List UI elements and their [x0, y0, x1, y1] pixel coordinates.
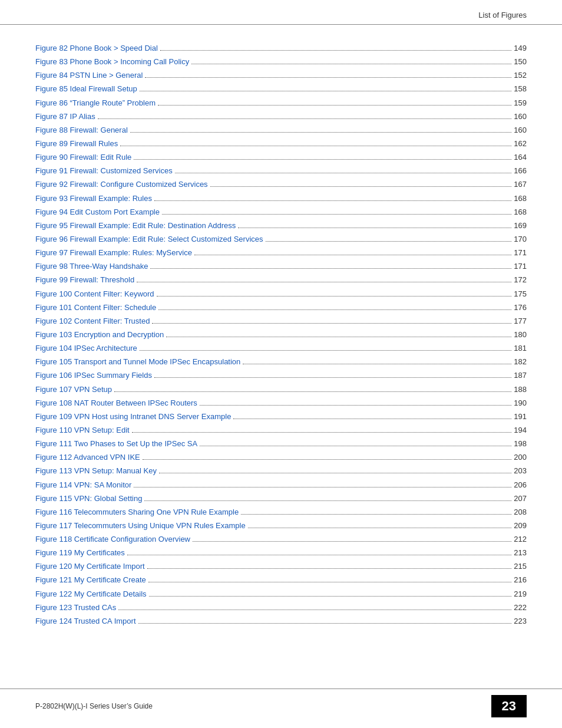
toc-link[interactable]: Figure 97 Firewall Example: Rules: MySer…: [35, 247, 192, 259]
toc-link[interactable]: Figure 83 Phone Book > Incoming Call Pol…: [35, 56, 189, 68]
toc-dots: [144, 500, 511, 501]
toc-page: 215: [514, 561, 527, 572]
toc-entry: Figure 103 Encryption and Decryption180: [35, 329, 527, 341]
toc-link[interactable]: Figure 108 NAT Router Between IPSec Rout…: [35, 397, 197, 409]
toc-dots: [194, 255, 511, 255]
toc-link[interactable]: Figure 111 Two Phases to Set Up the IPSe…: [35, 438, 197, 450]
toc-entry: Figure 85 Ideal Firewall Setup158: [35, 83, 527, 95]
toc-link[interactable]: Figure 88 Firewall: General: [35, 124, 128, 136]
toc-link[interactable]: Figure 123 Trusted CAs: [35, 602, 116, 614]
toc-page: 150: [514, 56, 527, 68]
toc-page: 149: [514, 42, 527, 54]
toc-page: 160: [514, 124, 527, 136]
toc-dots: [158, 105, 511, 106]
toc-page: 164: [514, 151, 527, 163]
toc-page: 167: [514, 179, 527, 190]
toc-entry: Figure 109 VPN Host using Intranet DNS S…: [35, 411, 527, 423]
toc-link[interactable]: Figure 113 VPN Setup: Manual Key: [35, 465, 157, 477]
toc-link[interactable]: Figure 122 My Certificate Details: [35, 588, 147, 600]
toc-link[interactable]: Figure 87 IP Alias: [35, 111, 95, 123]
toc-entry: Figure 82 Phone Book > Speed Dial149: [35, 42, 527, 54]
toc-link[interactable]: Figure 124 Trusted CA Import: [35, 615, 136, 627]
toc-entry: Figure 120 My Certificate Import215: [35, 561, 527, 572]
toc-link[interactable]: Figure 100 Content Filter: Keyword: [35, 288, 154, 300]
toc-page: 180: [514, 329, 527, 341]
toc-link[interactable]: Figure 104 IPSec Architecture: [35, 342, 137, 354]
toc-entry: Figure 110 VPN Setup: Edit194: [35, 424, 527, 436]
footer-page-number: 23: [491, 695, 527, 717]
toc-link[interactable]: Figure 118 Certificate Configuration Ove…: [35, 533, 190, 545]
toc-link[interactable]: Figure 90 Firewall: Edit Rule: [35, 151, 131, 163]
toc-page: 158: [514, 83, 527, 95]
toc-link[interactable]: Figure 119 My Certificates: [35, 547, 125, 559]
toc-entry: Figure 101 Content Filter: Schedule176: [35, 302, 527, 314]
toc-dots: [243, 364, 511, 364]
toc-dots: [175, 173, 512, 173]
toc-link[interactable]: Figure 114 VPN: SA Monitor: [35, 479, 131, 491]
toc-link[interactable]: Figure 103 Encryption and Decryption: [35, 329, 164, 341]
toc-dots: [154, 200, 511, 201]
toc-entry: Figure 95 Firewall Example: Edit Rule: D…: [35, 220, 527, 232]
toc-entry: Figure 102 Content Filter: Trusted177: [35, 315, 527, 327]
toc-page: 209: [514, 520, 527, 532]
toc-link[interactable]: Figure 101 Content Filter: Schedule: [35, 302, 156, 314]
toc-link[interactable]: Figure 85 Ideal Firewall Setup: [35, 83, 137, 95]
toc-page: 188: [514, 384, 527, 396]
toc-link[interactable]: Figure 89 Firewall Rules: [35, 138, 118, 150]
toc-link[interactable]: Figure 91 Firewall: Customized Services: [35, 165, 173, 177]
toc-entry: Figure 83 Phone Book > Incoming Call Pol…: [35, 56, 527, 68]
toc-page: 190: [514, 397, 527, 409]
toc-page: 194: [514, 424, 527, 436]
toc-link[interactable]: Figure 96 Firewall Example: Edit Rule: S…: [35, 233, 263, 245]
toc-entry: Figure 108 NAT Router Between IPSec Rout…: [35, 397, 527, 409]
toc-page: 203: [514, 465, 527, 477]
toc-link[interactable]: Figure 105 Transport and Tunnel Mode IPS…: [35, 356, 240, 368]
page-container: List of Figures Figure 82 Phone Book > S…: [0, 0, 562, 728]
toc-dots: [233, 419, 511, 419]
toc-dots: [166, 337, 511, 337]
toc-page: 160: [514, 111, 527, 123]
toc-link[interactable]: Figure 102 Content Filter: Trusted: [35, 315, 150, 327]
toc-dots: [191, 64, 511, 64]
toc-link[interactable]: Figure 117 Telecommuters Using Unique VP…: [35, 520, 246, 532]
toc-page: 166: [514, 165, 527, 177]
toc-link[interactable]: Figure 84 PSTN Line > General: [35, 70, 143, 81]
toc-page: 175: [514, 288, 527, 300]
toc-link[interactable]: Figure 92 Firewall: Configure Customized…: [35, 179, 208, 190]
toc-link[interactable]: Figure 99 Firewall: Threshold: [35, 274, 134, 286]
toc-page: 170: [514, 233, 527, 245]
toc-dots: [150, 268, 511, 269]
toc-entry: Figure 92 Firewall: Configure Customized…: [35, 179, 527, 190]
toc-entry: Figure 119 My Certificates213: [35, 547, 527, 559]
toc-dots: [159, 473, 511, 473]
toc-link[interactable]: Figure 110 VPN Setup: Edit: [35, 424, 130, 436]
toc-dots: [118, 610, 511, 610]
toc-dots: [158, 309, 511, 310]
toc-entry: Figure 90 Firewall: Edit Rule164: [35, 151, 527, 163]
toc-link[interactable]: Figure 98 Three-Way Handshake: [35, 261, 148, 272]
toc-entry: Figure 96 Firewall Example: Edit Rule: S…: [35, 233, 527, 245]
toc-link[interactable]: Figure 115 VPN: Global Setting: [35, 493, 142, 505]
toc-entry: Figure 87 IP Alias160: [35, 111, 527, 123]
toc-link[interactable]: Figure 93 Firewall Example: Rules: [35, 193, 152, 205]
toc-link[interactable]: Figure 86 “Triangle Route” Problem: [35, 97, 156, 109]
page-footer: P-2802H(W)(L)-I Series User’s Guide 23: [0, 689, 562, 728]
toc-link[interactable]: Figure 95 Firewall Example: Edit Rule: D…: [35, 220, 236, 232]
toc-page: 171: [514, 247, 527, 259]
toc-link[interactable]: Figure 112 Advanced VPN IKE: [35, 452, 140, 463]
toc-link[interactable]: Figure 120 My Certificate Import: [35, 561, 145, 572]
toc-link[interactable]: Figure 107 VPN Setup: [35, 384, 112, 396]
toc-page: 206: [514, 479, 527, 491]
toc-dots: [266, 241, 512, 242]
toc-link[interactable]: Figure 82 Phone Book > Speed Dial: [35, 42, 158, 54]
toc-link[interactable]: Figure 121 My Certificate Create: [35, 574, 146, 586]
toc-link[interactable]: Figure 94 Edit Custom Port Example: [35, 206, 160, 218]
toc-entry: Figure 116 Telecommuters Sharing One VPN…: [35, 506, 527, 518]
toc-page: 172: [514, 274, 527, 286]
toc-link[interactable]: Figure 109 VPN Host using Intranet DNS S…: [35, 411, 231, 423]
toc-link[interactable]: Figure 106 IPSec Summary Fields: [35, 370, 152, 381]
toc-page: 162: [514, 138, 527, 150]
toc-entry: Figure 84 PSTN Line > General152: [35, 70, 527, 81]
toc-dots: [145, 77, 511, 78]
toc-link[interactable]: Figure 116 Telecommuters Sharing One VPN…: [35, 506, 239, 518]
